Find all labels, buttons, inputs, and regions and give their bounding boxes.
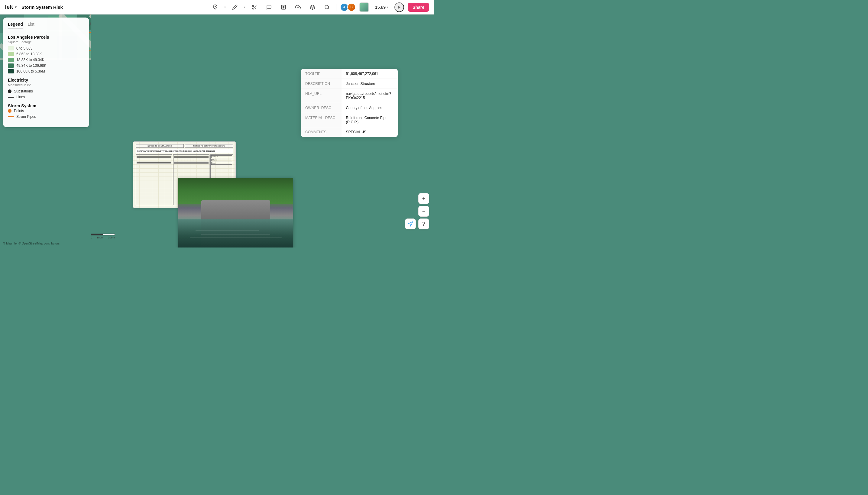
scissors-tool-button[interactable] <box>249 2 260 13</box>
map-area[interactable]: BUNKER HILL HISTORIC CORE DISTRICT JEWEL… <box>0 15 434 248</box>
info-key: NLA_URL <box>301 89 341 103</box>
electricity-title: Electricity <box>8 78 84 83</box>
svg-point-2 <box>252 8 254 10</box>
parcels-subtitle: Square Footage <box>8 40 84 44</box>
info-row: COMMENTS SPECIAL JS <box>301 127 398 137</box>
legend-panel: Legend List Los Angeles Parcels Square F… <box>3 18 89 127</box>
line-electricity <box>8 97 14 98</box>
zoom-chevron: ▾ <box>387 5 388 9</box>
info-value: County of Los Angeles <box>341 103 398 113</box>
scale-seg-1 <box>91 234 103 235</box>
scale-label-300: 300m <box>108 236 115 239</box>
info-key: TOOLTIP <box>301 69 341 79</box>
bp-note: NOTE THAT NUMEROUS LINE TYPES ARE DEFINE… <box>136 149 233 153</box>
app-logo[interactable]: felt ▾ <box>5 4 17 10</box>
info-value: SPECIAL JS <box>341 127 398 137</box>
pin-tool-chevron: ▾ <box>224 5 226 9</box>
scale-label-0: 0 <box>91 236 92 239</box>
pin-tool-button[interactable] <box>210 2 221 13</box>
map-style-thumbnail[interactable] <box>359 2 369 12</box>
play-button[interactable] <box>394 2 404 12</box>
tab-legend[interactable]: Legend <box>8 22 23 29</box>
swatch-2 <box>8 58 14 62</box>
map-zoom-controls: + − ? <box>418 193 429 229</box>
dot-substations <box>8 89 12 93</box>
legend-item-parcels-3: 49.34K to 106.68K <box>8 64 84 68</box>
svg-point-1 <box>252 5 254 7</box>
info-table: TOOLTIP 51,608,467,272,061 DESCRIPTION J… <box>301 69 398 137</box>
info-value: Reinforced Concrete Pipe (R.C.P.) <box>341 113 398 127</box>
svg-marker-14 <box>398 5 401 9</box>
info-row: TOOLTIP 51,608,467,272,061 <box>301 69 398 79</box>
line-storm-pipes <box>8 116 14 117</box>
info-row: DESCRIPTION Junction Structure <box>301 79 398 89</box>
dot-storm-points <box>8 109 12 113</box>
tab-list[interactable]: List <box>28 22 34 29</box>
svg-marker-11 <box>310 5 315 7</box>
bp-header-2: NOTICE TO CONTRACTORS (CONT.) <box>185 144 233 148</box>
legend-section-parcels: Los Angeles Parcels Square Footage 0 to … <box>8 35 84 73</box>
location-button[interactable] <box>405 219 416 229</box>
map-scale-bar: 0 150m 300m <box>91 234 115 239</box>
comment-tool-button[interactable] <box>263 2 274 13</box>
info-table-body: TOOLTIP 51,608,467,272,061 DESCRIPTION J… <box>301 69 398 137</box>
svg-line-13 <box>328 8 329 9</box>
svg-point-0 <box>215 6 216 7</box>
storm-title: Storm System <box>8 103 84 108</box>
scale-label-150: 150m <box>97 236 104 239</box>
draw-tool-button[interactable] <box>229 2 240 13</box>
legend-item-substations: Substations <box>8 89 84 93</box>
draw-tool-chevron: ▾ <box>244 5 245 9</box>
legend-section-electricity: Electricity Measured in kV Substations L… <box>8 78 84 99</box>
share-button[interactable]: Share <box>408 3 429 12</box>
info-value: 51,608,467,272,061 <box>341 69 398 79</box>
info-key: COMMENTS <box>301 127 341 137</box>
zoom-level-display[interactable]: 15.89 ▾ <box>373 4 391 11</box>
help-button[interactable]: ? <box>418 219 429 229</box>
legend-item-parcels-4: 106.68K to 5.36M <box>8 69 84 73</box>
map-title: Storm System Risk <box>21 4 63 10</box>
legend-item-points: Points <box>8 109 84 113</box>
avatar-2: B <box>347 3 356 12</box>
feature-info-panel: TOOLTIP 51,608,467,272,061 DESCRIPTION J… <box>301 69 398 137</box>
legend-item-strom-pipes: Strom Pipes <box>8 115 84 119</box>
scale-seg-2 <box>103 234 115 235</box>
info-row: MATERIAL_DESC Reinforced Concrete Pipe (… <box>301 113 398 127</box>
panel-tabs: Legend List <box>8 22 84 31</box>
map-attribution: © MapTiler © OpenStreetMap contributors <box>3 242 59 245</box>
info-row: OWNER_DESC County of Los Angeles <box>301 103 398 113</box>
scale-labels: 0 150m 300m <box>91 236 115 239</box>
scale-line <box>91 234 115 235</box>
legend-item-parcels-2: 18.83K to 49.34K <box>8 58 84 62</box>
search-tool-button[interactable] <box>322 2 333 13</box>
info-key: DESCRIPTION <box>301 79 341 89</box>
swatch-4 <box>8 69 14 73</box>
info-value: navigatela/reports/inlet.cfm?PK=342215 <box>341 89 398 103</box>
svg-line-5 <box>254 6 254 7</box>
swatch-3 <box>8 64 14 68</box>
layers-tool-button[interactable] <box>307 2 318 13</box>
parcels-title: Los Angeles Parcels <box>8 35 84 39</box>
svg-marker-363 <box>408 222 412 226</box>
legend-item-lines: Lines <box>8 95 84 99</box>
legend-item-parcels-1: 5,863 to 18.83K <box>8 52 84 56</box>
collaborator-avatars: A B <box>340 3 356 12</box>
navbar: felt ▾ Storm System Risk ▾ ▾ A B 15.89 ▾ <box>0 0 434 15</box>
bp-header-1: NOTICE TO CONTRACTORS <box>136 144 184 148</box>
felt-wordmark: felt <box>5 4 13 10</box>
zoom-out-button[interactable]: − <box>418 206 429 217</box>
legend-tool-button[interactable] <box>278 2 289 13</box>
zoom-in-button[interactable]: + <box>418 193 429 204</box>
info-key: OWNER_DESC <box>301 103 341 113</box>
swatch-1 <box>8 52 14 56</box>
info-row: NLA_URL navigatela/reports/inlet.cfm?PK=… <box>301 89 398 103</box>
logo-chevron: ▾ <box>15 5 17 10</box>
info-key: MATERIAL_DESC <box>301 113 341 127</box>
photo-content <box>178 178 293 248</box>
electricity-subtitle: Measured in kV <box>8 83 84 87</box>
upload-tool-button[interactable] <box>292 2 303 13</box>
svg-line-4 <box>255 7 256 9</box>
svg-point-12 <box>325 5 328 9</box>
storm-drain-photo[interactable] <box>178 178 293 248</box>
swatch-0 <box>8 46 14 50</box>
